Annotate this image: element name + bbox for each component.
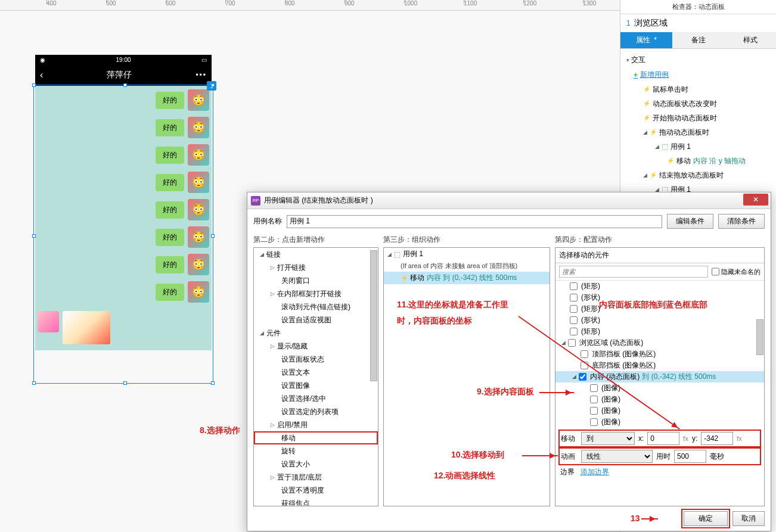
tree-item[interactable]: ▷在内部框架打开链接 (254, 287, 378, 300)
tree-group[interactable]: 元件 (266, 328, 281, 338)
tree-group[interactable]: 链接 (266, 249, 281, 260)
fx-icon[interactable]: fx (737, 435, 742, 442)
chat-bubble: 好的 (156, 147, 184, 164)
tab-notes[interactable]: 备注 (672, 32, 724, 48)
wifi-icon: ◉ (40, 57, 45, 63)
scrollbar-thumb[interactable] (756, 319, 763, 355)
event-row[interactable]: ◢⚡结束拖放动态面板时 (626, 168, 770, 182)
ruler-tick: 1300 (583, 0, 596, 7)
tree-item[interactable]: 设置图像 (254, 379, 378, 392)
case-name-row: 用例名称 编辑条件 清除条件 (253, 214, 765, 229)
duration-label: 用时 (656, 452, 671, 462)
tree-item[interactable]: 设置文本 (254, 366, 378, 379)
chat-row: 好的😳 (38, 117, 209, 138)
move-label: 移动 (561, 434, 578, 444)
tree-item[interactable]: 关闭窗口 (254, 274, 378, 287)
tree-item-move[interactable]: 移动 (254, 431, 378, 444)
chat-row: 好的😳 (38, 144, 209, 166)
anim-row: 动画 线性 用时 毫秒 (560, 449, 759, 463)
chat-bubble: 好的 (156, 174, 184, 191)
tab-style[interactable]: 样式 (724, 32, 776, 48)
dialog-titlebar[interactable]: RP 用例编辑器 (结束拖放动态面板时 ) ✕ (247, 192, 771, 209)
case-row[interactable]: ◢⬚用例 1 (626, 139, 770, 154)
dialog-title: 用例编辑器 (结束拖放动态面板时 ) (264, 195, 373, 206)
tree-item[interactable]: ▷启用/禁用 (254, 418, 378, 431)
tree-item[interactable]: 获得焦点 (254, 497, 378, 506)
avatar: 😳 (188, 172, 209, 193)
step4-label: 第四步：配置动作 (555, 235, 765, 245)
org-case[interactable]: ◢⬚用例 1 (384, 248, 550, 260)
list-item[interactable]: (图像) (555, 394, 764, 405)
list-item[interactable]: (矩形) (555, 303, 764, 315)
clear-condition-button[interactable]: 清除条件 (718, 214, 765, 229)
event-row[interactable]: ◢⚡拖动动态面板时 (626, 125, 770, 139)
org-action[interactable]: ⚡移动 内容 到 (0,-342) 线性 500ms (384, 272, 550, 284)
case-editor-dialog: RP 用例编辑器 (结束拖放动态面板时 ) ✕ 用例名称 编辑条件 清除条件 第… (247, 192, 771, 531)
list-item[interactable]: (图像) (555, 382, 764, 394)
add-case-link[interactable]: +新增用例 (626, 67, 770, 82)
tree-item[interactable]: 设置大小 (254, 458, 378, 471)
list-item[interactable]: (形状) (555, 292, 764, 303)
event-row[interactable]: ⚡鼠标单击时 (626, 82, 770, 97)
list-item[interactable]: (矩形) (555, 326, 764, 337)
list-item-content[interactable]: ◢内容 (动态面板) 到 (0,-342) 线性 500ms (555, 371, 764, 382)
selection-badge: 1 (207, 81, 216, 91)
hide-unnamed-checkbox[interactable]: 隐藏未命名的 (712, 266, 761, 278)
tree-item[interactable]: ▷打开链接 (254, 261, 378, 274)
item-name: 浏览区域 (634, 18, 668, 29)
chat-row: 好的😳 (38, 281, 209, 303)
action-row[interactable]: ⚡移动 内容 沿 y 轴拖动 (626, 154, 770, 168)
more-icon[interactable]: ••• (195, 71, 207, 79)
event-row[interactable]: ⚡开始拖动动态面板时 (626, 111, 770, 125)
list-item[interactable]: (图像) (555, 405, 764, 416)
event-tree: ⚡鼠标单击时 ⚡动态面板状态改变时 ⚡开始拖动动态面板时 ◢⚡拖动动态面板时 ◢… (626, 82, 770, 197)
list-item[interactable]: 底部挡板 (图像热区) (555, 360, 764, 371)
list-item[interactable]: (图像) (555, 416, 764, 428)
close-icon[interactable]: ✕ (743, 194, 768, 206)
tree-item[interactable]: 旋转 (254, 444, 378, 458)
scrollbar-thumb[interactable] (370, 250, 377, 381)
x-input[interactable] (647, 432, 679, 445)
actions-tree[interactable]: ◢链接 ▷打开链接 关闭窗口 ▷在内部框架打开链接 滚动到元件(锚点链接) 设置… (253, 247, 378, 506)
case-name-input[interactable] (287, 215, 662, 228)
edit-condition-button[interactable]: 编辑条件 (667, 214, 713, 229)
tab-properties[interactable]: 属性* (620, 32, 672, 48)
ruler-tick: 1200 (523, 0, 536, 7)
tree-item[interactable]: 滚动到元件(锚点链接) (254, 300, 378, 313)
list-item[interactable]: (形状) (555, 315, 764, 326)
tree-item[interactable]: ▷置于顶层/底层 (254, 471, 378, 484)
list-group[interactable]: ◢浏览区域 (动态面板) (555, 337, 764, 349)
list-item[interactable]: (矩形) (555, 281, 764, 292)
tree-item[interactable]: 设置选择/选中 (254, 392, 378, 405)
avatar: 😳 (188, 89, 209, 111)
tree-item[interactable]: 设置选定的列表项 (254, 405, 378, 418)
fx-icon[interactable]: fx (683, 435, 688, 442)
avatar: 😳 (188, 281, 209, 303)
phone-mockup[interactable]: ◉ 19:00 ▭ ‹ 萍萍仔 ••• 1 好的😳 好的😳 好的😳 好的😳 好的… (35, 55, 212, 350)
y-label: y: (692, 434, 697, 443)
chat-bottom-row (38, 309, 209, 347)
tree-item[interactable]: 设置面板状态 (254, 353, 378, 366)
avatar: 😳 (188, 254, 209, 275)
ruler-tick: 800 (285, 0, 295, 7)
chat-bubble: 好的 (156, 119, 184, 136)
tree-item[interactable]: 设置不透明度 (254, 484, 378, 497)
avatar: 😳 (188, 199, 209, 220)
interact-header[interactable]: 交互 (631, 55, 645, 64)
add-bounds-link[interactable]: 添加边界 (581, 467, 609, 477)
tree-item[interactable]: 设置自适应视图 (254, 313, 378, 326)
move-type-select[interactable]: 到 (581, 432, 635, 445)
chat-area[interactable]: 1 好的😳 好的😳 好的😳 好的😳 好的😳 好的😳 好的😳 好的😳 (35, 86, 212, 350)
tree-item[interactable]: ▷显示/隐藏 (254, 340, 378, 353)
organize-tree[interactable]: ◢⬚用例 1 (If area of 内容 未接触 area of 顶部挡板) … (383, 247, 550, 506)
ok-button[interactable]: 确定 (684, 511, 728, 526)
event-row[interactable]: ⚡动态面板状态改变时 (626, 97, 770, 111)
duration-input[interactable] (674, 450, 706, 463)
widget-list[interactable]: (矩形) (形状) (矩形) (形状) (矩形) ◢浏览区域 (动态面板) 顶部… (555, 281, 764, 428)
anim-type-select[interactable]: 线性 (581, 450, 653, 463)
search-input[interactable] (559, 266, 708, 278)
app-icon: RP (251, 196, 260, 206)
y-input[interactable] (701, 432, 733, 445)
cancel-button[interactable]: 取消 (732, 511, 765, 526)
list-item[interactable]: 顶部挡板 (图像热区) (555, 349, 764, 360)
